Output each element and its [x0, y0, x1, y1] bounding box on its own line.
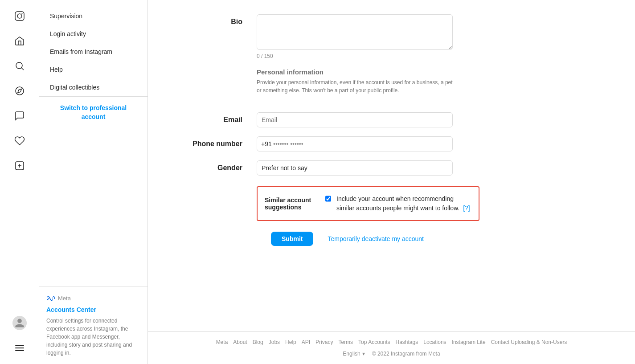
meta-logo-icon — [46, 294, 55, 303]
footer-link-locations[interactable]: Locations — [423, 339, 446, 345]
instagram-logo-icon[interactable] — [9, 5, 30, 27]
svg-point-1 — [17, 14, 22, 18]
bio-char-count: 0 / 150 — [257, 53, 520, 59]
explore-icon[interactable] — [9, 80, 30, 102]
footer-link-blog[interactable]: Blog — [253, 339, 263, 345]
switch-to-professional-link[interactable]: Switch to professional account — [39, 96, 147, 128]
footer-links-container: Meta About Blog Jobs Help API Privacy Te… — [148, 339, 635, 345]
submit-button[interactable]: Submit — [271, 232, 313, 246]
gender-label: Gender — [176, 160, 257, 172]
footer-link-meta[interactable]: Meta — [216, 339, 228, 345]
footer-link-help[interactable]: Help — [285, 339, 296, 345]
hamburger-lines — [12, 341, 28, 355]
suggestions-row: Similar account suggestions Include your… — [176, 184, 520, 221]
sidebar-item-digital-collectibles[interactable]: Digital collectibles — [39, 78, 147, 96]
settings-sidebar: Supervision Login activity Emails from I… — [39, 0, 148, 364]
submit-row: Submit Temporarily deactivate my account — [271, 232, 520, 246]
suggestions-checkbox[interactable] — [325, 195, 331, 202]
footer-link-jobs[interactable]: Jobs — [269, 339, 280, 345]
email-field-wrapper — [257, 112, 520, 127]
deactivate-account-link[interactable]: Temporarily deactivate my account — [328, 235, 424, 242]
chevron-down-icon: ▾ — [362, 351, 365, 357]
personal-info-label-spacer — [176, 68, 257, 72]
similar-account-suggestions-box: Similar account suggestions Include your… — [257, 186, 479, 221]
phone-input[interactable] — [257, 136, 453, 151]
language-selector[interactable]: English ▾ — [343, 351, 365, 357]
sidebar-item-supervision[interactable]: Supervision — [39, 7, 147, 25]
footer-link-terms[interactable]: Terms — [338, 339, 353, 345]
suggestions-text-content: Include your account when recommending s… — [336, 195, 459, 212]
sidebar-item-emails-from-instagram[interactable]: Emails from Instagram — [39, 43, 147, 61]
svg-rect-0 — [15, 12, 24, 20]
personal-info-title: Personal information — [257, 68, 453, 76]
accounts-center-description: Control settings for connected experienc… — [46, 317, 140, 357]
suggestions-help-link[interactable]: [?] — [463, 204, 470, 212]
phone-label: Phone number — [176, 136, 257, 148]
create-icon[interactable] — [9, 155, 30, 176]
page-footer: Meta About Blog Jobs Help API Privacy Te… — [148, 331, 635, 364]
meta-text: Meta — [58, 295, 71, 302]
search-icon[interactable] — [9, 55, 30, 77]
left-nav — [0, 0, 39, 364]
footer-bottom: English ▾ © 2022 Instagram from Meta — [148, 351, 635, 357]
sidebar-item-help[interactable]: Help — [39, 61, 147, 78]
suggestions-label: Similar account suggestions — [265, 196, 318, 211]
email-row: Email — [176, 112, 520, 127]
gender-select[interactable]: Prefer not to say — [257, 160, 453, 176]
personal-info-description: Provide your personal information, even … — [257, 78, 453, 94]
footer-link-contact[interactable]: Contact Uploading & Non-Users — [491, 339, 567, 345]
sidebar-menu: Supervision Login activity Emails from I… — [39, 0, 147, 286]
footer-link-hashtags[interactable]: Hashtags — [396, 339, 418, 345]
menu-icon[interactable] — [9, 337, 30, 359]
bio-row: Bio 0 / 150 — [176, 14, 520, 59]
language-label: English — [343, 351, 360, 357]
messenger-icon[interactable] — [9, 105, 30, 127]
email-label: Email — [176, 112, 257, 124]
email-input[interactable] — [257, 112, 453, 127]
avatar — [12, 316, 27, 330]
sidebar-item-login-activity[interactable]: Login activity — [39, 25, 147, 43]
footer-link-top-accounts[interactable]: Top Accounts — [358, 339, 390, 345]
suggestions-label-spacer — [176, 184, 257, 188]
footer-link-instagram-lite[interactable]: Instagram Lite — [452, 339, 486, 345]
main-content: Bio 0 / 150 Personal information Provide… — [148, 0, 635, 364]
phone-input-container: +91 — [257, 136, 453, 151]
svg-point-2 — [21, 13, 22, 14]
footer-link-api[interactable]: API — [302, 339, 310, 345]
meta-logo-container: Meta — [46, 294, 140, 303]
footer-link-about[interactable]: About — [233, 339, 247, 345]
gender-row: Gender Prefer not to say — [176, 160, 520, 176]
personal-info-row: Personal information Provide your person… — [176, 68, 520, 103]
profile-avatar[interactable] — [9, 312, 30, 334]
suggestions-text: Include your account when recommending s… — [336, 194, 471, 213]
bio-textarea[interactable] — [257, 14, 453, 50]
bio-field: 0 / 150 — [257, 14, 520, 59]
phone-prefix: +91 — [261, 140, 272, 147]
suggestions-right: Include your account when recommending s… — [325, 194, 471, 213]
personal-info-box: Personal information Provide your person… — [257, 68, 520, 103]
home-icon[interactable] — [9, 30, 30, 52]
edit-profile-form: Bio 0 / 150 Personal information Provide… — [148, 0, 549, 331]
heart-icon[interactable] — [9, 130, 30, 151]
bio-label: Bio — [176, 14, 257, 26]
svg-line-4 — [21, 68, 24, 70]
accounts-center-title[interactable]: Accounts Center — [46, 306, 140, 313]
phone-row: Phone number +91 — [176, 136, 520, 151]
accounts-center-card: Meta Accounts Center Control settings fo… — [39, 286, 147, 364]
copyright-text: © 2022 Instagram from Meta — [372, 351, 440, 357]
footer-link-privacy[interactable]: Privacy — [315, 339, 333, 345]
gender-field-wrapper: Prefer not to say — [257, 160, 520, 176]
phone-field-wrapper: +91 — [257, 136, 520, 151]
personal-info-container: Personal information Provide your person… — [257, 68, 453, 94]
suggestions-field-wrapper: Similar account suggestions Include your… — [257, 184, 520, 221]
svg-point-3 — [16, 62, 22, 69]
svg-point-5 — [16, 87, 24, 95]
